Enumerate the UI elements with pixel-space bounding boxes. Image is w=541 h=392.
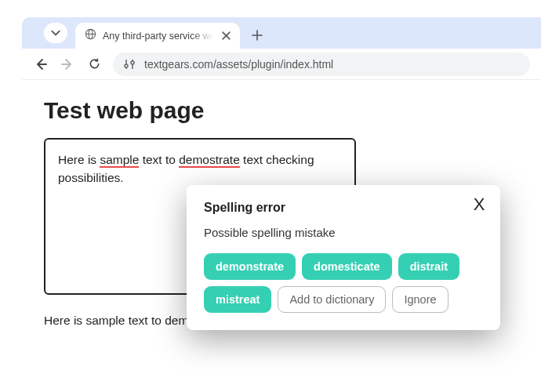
- editor-text: text to: [139, 153, 179, 166]
- tab-title: Any third-party service web page: [103, 31, 213, 42]
- reload-button[interactable]: [86, 56, 102, 72]
- close-icon: [222, 31, 231, 40]
- page-title: Test web page: [44, 97, 519, 124]
- site-settings-icon[interactable]: [122, 57, 136, 71]
- chevron-down-icon: [51, 28, 60, 38]
- arrow-right-icon: [60, 57, 74, 71]
- forward-button[interactable]: [60, 56, 75, 72]
- svg-point-5: [125, 64, 128, 67]
- tab-close-button[interactable]: [220, 30, 232, 42]
- editor-text: Here is: [58, 153, 100, 166]
- back-button[interactable]: [33, 56, 49, 72]
- plus-icon: [252, 30, 263, 41]
- url-text: textgears.com/assets/plugin/index.html: [144, 58, 333, 71]
- popup-close-button[interactable]: X: [469, 194, 489, 215]
- arrow-left-icon: [34, 57, 48, 71]
- popup-title: Spelling error: [204, 201, 483, 215]
- spellcheck-popup: X Spelling error Possible spelling mista…: [187, 185, 500, 330]
- suggestion-button[interactable]: demonstrate: [204, 253, 296, 280]
- suggestion-list: demonstrate domesticate distrait mistrea…: [204, 253, 483, 313]
- ignore-button[interactable]: Ignore: [392, 286, 448, 313]
- address-bar[interactable]: textgears.com/assets/plugin/index.html: [113, 53, 530, 76]
- popup-description: Possible spelling mistake: [204, 226, 483, 239]
- add-to-dictionary-button[interactable]: Add to dictionary: [278, 286, 386, 313]
- browser-toolbar: textgears.com/assets/plugin/index.html: [22, 49, 541, 80]
- spelling-error-word[interactable]: demostrate: [179, 153, 240, 168]
- browser-tab-strip: Any third-party service web page: [22, 17, 541, 49]
- suggestion-button[interactable]: domesticate: [302, 253, 392, 280]
- globe-icon: [85, 28, 96, 43]
- tab-search-dropdown[interactable]: [44, 23, 67, 43]
- reload-icon: [88, 57, 101, 71]
- new-tab-button[interactable]: [246, 24, 268, 46]
- suggestion-button[interactable]: distrait: [398, 253, 459, 280]
- svg-point-6: [131, 61, 134, 64]
- spelling-error-word[interactable]: sample: [100, 153, 139, 168]
- suggestion-button[interactable]: mistreat: [204, 286, 271, 313]
- browser-tab[interactable]: Any third-party service web page: [75, 23, 240, 49]
